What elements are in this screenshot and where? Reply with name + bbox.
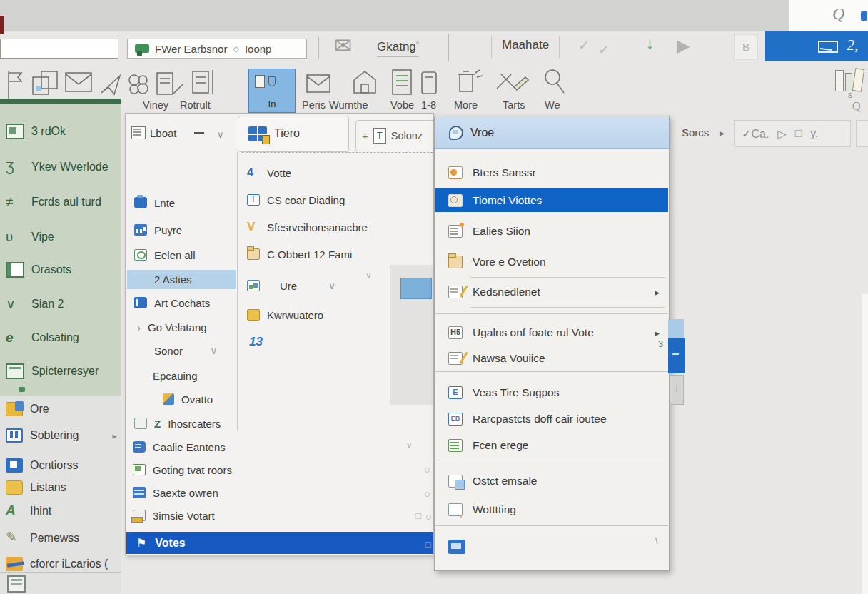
tab-maahate[interactable]: Maahate [491, 36, 560, 58]
menu-item-tiomei-viottes-selected[interactable]: Tiomei Viottes [435, 188, 668, 212]
download-arrow-icon[interactable]: ↓ [646, 34, 654, 53]
item-label: Ure [280, 280, 297, 292]
menu-item-vore-ovetion[interactable]: Vore e Ovetion [435, 250, 668, 274]
menu-item-ure[interactable]: Ure∨ [247, 276, 335, 295]
y-button[interactable]: y. [810, 127, 818, 140]
sorcs-label[interactable]: Sorcs [682, 126, 709, 139]
list-item-go-velatang[interactable]: ›Go Velatang [137, 318, 207, 336]
chevron-down-icon[interactable]: ∨ [210, 344, 218, 357]
list-item-2-asties-selected[interactable]: 2 Asties [127, 270, 236, 289]
in-group-button[interactable]: In [248, 69, 296, 113]
sidebar-item-3rdok[interactable]: 3 rdOk [0, 120, 121, 143]
rules-icon[interactable] [494, 69, 530, 99]
menu-item-icon-only[interactable] [435, 535, 668, 559]
scrollbar-light[interactable] [668, 319, 684, 338]
check-ca-button[interactable]: ✓Ca. [742, 127, 769, 141]
house-icon[interactable] [351, 69, 378, 99]
menu-item-obbert[interactable]: C Obbert 12 Fami [247, 245, 352, 263]
ribbon-label-18: 1-8 [421, 99, 436, 111]
page-icon[interactable] [420, 70, 438, 100]
mail-tab-icon[interactable]: ✉ [334, 33, 352, 58]
sidebar-item-ore[interactable]: Ore [0, 398, 121, 421]
menu-header-vroe[interactable]: Vroe [435, 116, 669, 149]
sidebar-item-colsating[interactable]: eColsating [0, 326, 121, 349]
lboat-dropdown[interactable]: Lboat [150, 127, 177, 139]
list-item-caalie-eantens[interactable]: Caalie Eantens [133, 438, 226, 456]
sidebar-item-ihint[interactable]: AIhint [0, 500, 121, 523]
scrollbar-tail[interactable]: i [670, 375, 684, 405]
chevron-down-icon[interactable]: ∨ [328, 281, 335, 291]
quick-toolbar-cut[interactable] [856, 120, 868, 147]
list-item-epcauing[interactable]: Epcauing [153, 366, 198, 385]
flower-icon[interactable] [124, 70, 151, 101]
check-icon[interactable]: ✓ [598, 41, 610, 58]
folder-icon [247, 248, 260, 260]
list-item-saexte[interactable]: Saexte owren [133, 483, 218, 502]
mail-icon[interactable] [64, 70, 94, 99]
check-icon[interactable]: ✓ [578, 37, 590, 54]
menu-item-ugalns[interactable]: H5Ugalns onf foate rul Vote▸ [435, 321, 668, 345]
mail-small-icon[interactable] [306, 73, 331, 97]
list-item-lnte[interactable]: Lnte [134, 193, 175, 212]
menu-item-sfesrv[interactable]: VSfesrveihonsanacbre [247, 218, 368, 236]
menu-item-nawsa-vouiice[interactable]: Nawsa Vouiice [435, 346, 668, 371]
help-icon[interactable]: Q [832, 4, 844, 24]
triangle-button[interactable]: ▷ [777, 127, 786, 141]
notes-icon[interactable] [390, 67, 414, 100]
list-item-puyre[interactable]: Puyre [134, 221, 182, 239]
toolbar-button[interactable]: B [734, 34, 758, 60]
profile-tab[interactable]: FWer Earbsnor ◇ Ioonp [127, 39, 307, 59]
item-label: Ihosrcaters [168, 418, 221, 430]
menu-item-fcen-erege[interactable]: Fcen erege [435, 433, 668, 458]
sidebar-item-spicterresyer[interactable]: Spicterresyer [0, 360, 121, 383]
menu-item-rarcpastcts[interactable]: EBRarcpastcts doff cair ioutee [435, 407, 668, 431]
send-icon[interactable] [99, 71, 124, 101]
windows-icon[interactable] [31, 69, 61, 103]
sidebar-item-sian2[interactable]: ∨Sian 2 [0, 293, 121, 316]
quick-toolbar[interactable]: ✓Ca. ▷ □ y. [734, 120, 851, 147]
menu-item-bters-sanssr[interactable]: Bters Sanssr [435, 161, 668, 185]
list-item-3imsie[interactable]: 3imsie Votart [133, 506, 215, 525]
menu-item-ostct-emsale[interactable]: Ostct emsale [435, 469, 668, 493]
list-item-eelen-all[interactable]: Eelen all [134, 246, 196, 264]
list-panel-icon[interactable] [191, 69, 218, 103]
list-item-sonor[interactable]: Sonor∨ [154, 341, 218, 360]
sidebar-item-ocntiorss[interactable]: Ocntiorss [0, 454, 121, 477]
search-input[interactable] [0, 39, 118, 59]
item-label: C Obbert 12 Fami [267, 248, 352, 261]
context-panel: Lboat ∨ Tiero + T Solonz 4Votte TCS coar… [125, 113, 434, 555]
tab-solonz[interactable]: + T Solonz [355, 120, 434, 151]
list-item-art-cochats[interactable]: Art Cochats [134, 293, 210, 312]
menu-item-kedsnedlenet[interactable]: Kedsnedlenet▸ [435, 280, 668, 304]
trash-icon[interactable] [454, 66, 485, 100]
sidebar-item-ykev[interactable]: ƷYkev Wverlode [0, 156, 121, 178]
menu-item-veas-tire[interactable]: EVeas Tire Sugpos [435, 381, 668, 405]
notebook-icon[interactable] [7, 575, 26, 593]
menu-header-label: Vroe [470, 126, 494, 139]
chevron-down-icon[interactable]: ∨ [217, 129, 224, 140]
sidebar-item-orasots[interactable]: Orasots [0, 258, 121, 281]
list-item-goting[interactable]: Goting tvat roors [133, 460, 232, 479]
sidebar-item-sobtering[interactable]: Sobtering▸ [0, 424, 121, 447]
scrollbar-thumb[interactable] [668, 338, 685, 373]
sidebar-item-vipe[interactable]: ʋVipe [0, 226, 121, 248]
tab-gkatng[interactable]: Gkatng° [377, 40, 419, 57]
doc-edit-icon[interactable] [154, 70, 184, 101]
menu-item-kwrwuatero[interactable]: Kwrwuatero [247, 306, 323, 324]
menu-item-cs-coar[interactable]: TCS coar Diading [247, 191, 345, 209]
search-glass-icon[interactable] [540, 67, 567, 100]
play-icon[interactable]: ▶ [677, 36, 690, 56]
sidebar-item-fcrds[interactable]: ≠Fcrds aul turd [0, 191, 121, 213]
sidebar-item-pemewss[interactable]: ✎Pemewss [0, 527, 121, 550]
tab-tiero[interactable]: Tiero [238, 116, 349, 152]
item-label: Go Velatang [148, 321, 207, 333]
sidebar-item-listans[interactable]: Listans [0, 476, 121, 499]
list-item-ovatto[interactable]: Ovatto [163, 390, 213, 408]
square-button[interactable]: □ [795, 127, 802, 140]
list-item-ihosrcaters[interactable]: ZIhosrcaters [134, 414, 221, 433]
menu-item-votte[interactable]: 4Votte [247, 163, 291, 182]
menu-item-wotttting[interactable]: Wotttting [435, 498, 668, 522]
list-item-votes-selected[interactable]: ⚑ Votes [126, 532, 433, 554]
unread-mail-banner[interactable]: 2, [765, 31, 868, 61]
menu-item-ealies-siion[interactable]: Ealies Siion [435, 219, 668, 243]
